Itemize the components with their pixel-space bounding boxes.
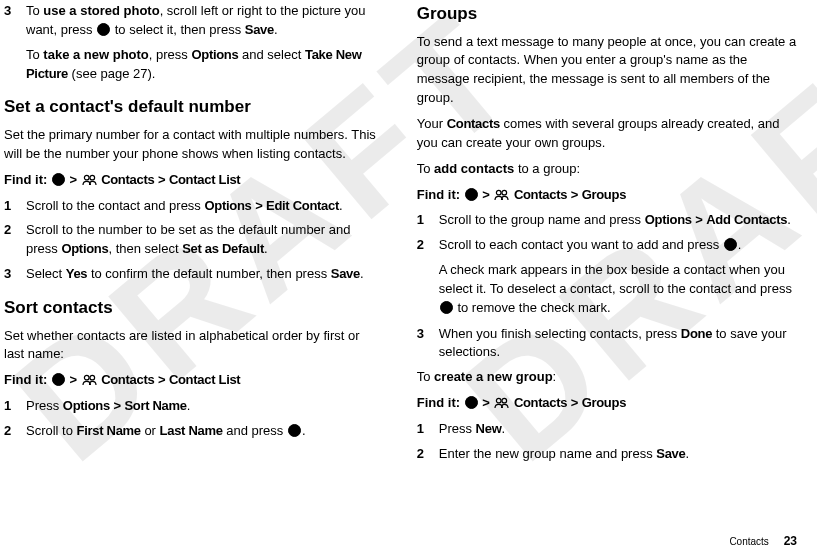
find-it-path: Find it: > Contacts > Groups	[417, 394, 797, 413]
paragraph: Set the primary number for a contact wit…	[4, 126, 377, 164]
contacts-icon	[82, 373, 97, 386]
path-segment: Contacts	[514, 187, 567, 202]
list-item: 3 When you finish selecting contacts, pr…	[417, 325, 797, 363]
list-item: 2 Scroll to First Name or Last Name and …	[4, 422, 377, 441]
center-key-icon	[97, 23, 110, 36]
svg-point-7	[502, 398, 507, 403]
softkey-label: New	[476, 421, 502, 436]
softkey-label: Save	[656, 446, 685, 461]
separator: >	[158, 372, 165, 387]
find-it-label: Find it:	[417, 187, 460, 202]
text: and press	[223, 423, 287, 438]
text: , then select	[108, 241, 182, 256]
softkey-label: Options	[191, 47, 238, 62]
separator: >	[571, 395, 578, 410]
text: A check mark appears in the box beside a…	[439, 262, 792, 296]
path-segment: Groups	[582, 187, 626, 202]
separator: >	[255, 198, 262, 213]
bold-text: take a new photo	[43, 47, 148, 62]
heading-groups: Groups	[417, 2, 797, 27]
item-number: 1	[417, 420, 439, 439]
text: Scroll to the group name and press	[439, 212, 645, 227]
page-content: 3 To use a stored photo, scroll left or …	[0, 0, 817, 556]
item-number: 2	[417, 445, 439, 464]
text: To	[417, 369, 434, 384]
text: and select	[238, 47, 305, 62]
separator: >	[482, 395, 489, 410]
center-key-icon	[465, 188, 478, 201]
paragraph: To add contacts to a group:	[417, 160, 797, 179]
item-body: Press Options > Sort Name.	[26, 397, 377, 416]
item-number: 1	[4, 397, 26, 416]
svg-point-2	[84, 376, 89, 381]
item-body: Enter the new group name and press Save.	[439, 445, 797, 464]
text: When you finish selecting contacts, pres…	[439, 326, 681, 341]
text: .	[302, 423, 306, 438]
path-segment: Contact List	[169, 372, 241, 387]
text: Select	[26, 266, 66, 281]
bold-text: create a new group	[434, 369, 552, 384]
separator: >	[482, 187, 489, 202]
center-key-icon	[440, 301, 453, 314]
text: Press	[26, 398, 63, 413]
text: To	[26, 47, 43, 62]
svg-point-5	[502, 190, 507, 195]
text: .	[187, 398, 191, 413]
item-body: Press New.	[439, 420, 797, 439]
menu-item-label: Set as Default	[182, 241, 264, 256]
text: Your	[417, 116, 447, 131]
path-segment: Groups	[582, 395, 626, 410]
left-column: 3 To use a stored photo, scroll left or …	[4, 2, 377, 556]
item-number: 2	[4, 221, 26, 259]
path-segment: Contacts	[514, 395, 567, 410]
bold-text: use a stored photo	[43, 3, 159, 18]
svg-point-3	[89, 376, 94, 381]
softkey-label: Options	[204, 198, 251, 213]
find-it-label: Find it:	[417, 395, 460, 410]
text: To	[26, 3, 43, 18]
text: .	[274, 22, 278, 37]
separator: >	[571, 187, 578, 202]
list-item: 1 Scroll to the contact and press Option…	[4, 197, 377, 216]
center-key-icon	[288, 424, 301, 437]
item-number: 3	[417, 325, 439, 363]
contacts-icon	[494, 188, 509, 201]
center-key-icon	[52, 173, 65, 186]
item-number: 3	[4, 2, 26, 40]
item-number: 2	[4, 422, 26, 441]
text: to a group:	[514, 161, 580, 176]
item-body: Scroll to the group name and press Optio…	[439, 211, 797, 230]
text: to select it, then press	[111, 22, 245, 37]
text: :	[553, 369, 557, 384]
path-segment: Contacts	[101, 372, 154, 387]
paragraph: A check mark appears in the box beside a…	[439, 261, 797, 318]
separator: >	[113, 398, 120, 413]
softkey-label: Yes	[66, 266, 88, 281]
center-key-icon	[465, 396, 478, 409]
separator: >	[70, 172, 77, 187]
path-segment: Contacts	[101, 172, 154, 187]
text: , press	[149, 47, 192, 62]
heading-default-number: Set a contact's default number	[4, 95, 377, 120]
svg-point-0	[84, 175, 89, 180]
item-number: 1	[4, 197, 26, 216]
paragraph: To create a new group:	[417, 368, 797, 387]
center-key-icon	[724, 238, 737, 251]
text: .	[787, 212, 791, 227]
paragraph: Your Contacts comes with several groups …	[417, 115, 797, 153]
item-number: 1	[417, 211, 439, 230]
text: .	[738, 237, 742, 252]
text: (see page 27).	[68, 66, 155, 81]
item-body: Scroll to the contact and press Options …	[26, 197, 377, 216]
text: .	[501, 421, 505, 436]
list-item: 2 Scroll to each contact you want to add…	[417, 236, 797, 255]
list-item: 2 Scroll to the number to be set as the …	[4, 221, 377, 259]
find-it-label: Find it:	[4, 172, 47, 187]
bold-text: add contacts	[434, 161, 514, 176]
paragraph: Set whether contacts are listed in alpha…	[4, 327, 377, 365]
softkey-label: Options	[61, 241, 108, 256]
find-it-path: Find it: > Contacts > Contact List	[4, 371, 377, 390]
find-it-path: Find it: > Contacts > Groups	[417, 186, 797, 205]
text: .	[264, 241, 268, 256]
separator: >	[70, 372, 77, 387]
